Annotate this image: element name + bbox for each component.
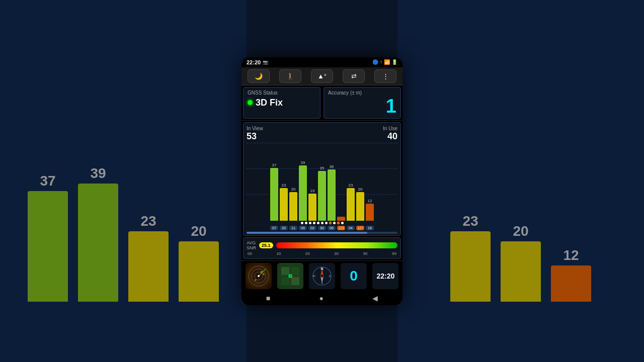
bar-11: 20 <box>289 143 297 221</box>
gnss-indicator-dot <box>248 100 253 105</box>
accuracy-value: 1 <box>328 97 396 116</box>
sat-id-127: 127 <box>356 226 364 230</box>
bars-container: 37 23 20 39 <box>247 143 397 221</box>
bar-123 <box>337 143 345 221</box>
android-nav-square[interactable]: ■ <box>266 294 270 302</box>
bg-bar-r23: 23 <box>450 213 491 302</box>
bar-04: 23 <box>347 143 355 221</box>
bg-bar-r12: 12 <box>551 247 591 302</box>
gnss-status-text: 3D Fix <box>256 98 283 108</box>
satellite-ids: 07 20 11 09 02 30 06 123 04 127 16 <box>247 226 397 230</box>
nav-btn-time[interactable]: 22:20 <box>372 263 398 289</box>
sat-dot-07 <box>301 222 303 224</box>
bottom-nav: N S W E 0 22:20 <box>242 260 403 291</box>
info-row: GNSS Status 3D Fix Accuracy (± m) 1 <box>242 85 403 121</box>
toolbar-btn-more[interactable]: ⋮ <box>374 69 396 83</box>
bg-bar-37: 37 <box>28 173 68 302</box>
scroll-track[interactable] <box>247 232 397 234</box>
sat-in-view: In View 53 <box>247 126 263 142</box>
sat-id-06: 06 <box>328 226 336 230</box>
svg-point-8 <box>258 275 260 277</box>
sat-dot-row <box>247 222 397 224</box>
sat-dot-30 <box>321 222 324 224</box>
nav-btn-map[interactable] <box>277 263 303 289</box>
sat-dot-11 <box>309 222 311 224</box>
bar-02: 19 <box>308 143 316 221</box>
snr-scale-50: 50 <box>363 251 368 256</box>
toolbar-btn-walk[interactable]: 🚶 <box>279 69 301 83</box>
gnss-panel: GNSS Status 3D Fix <box>243 87 320 119</box>
toolbar-btn-navigate[interactable]: ▲° <box>311 69 333 83</box>
svg-point-5 <box>261 271 263 273</box>
snr-scale: 00 10 20 30 50 99 <box>247 251 397 256</box>
bar-06: 36 <box>328 143 336 221</box>
snr-scale-99: 99 <box>392 251 396 256</box>
sat-dot-123 <box>328 221 332 224</box>
sat-dot-06 <box>325 222 328 224</box>
snr-scale-30: 30 <box>334 251 339 256</box>
status-time: 22:20 📷 <box>247 59 268 65</box>
status-bar: 22:20 📷 🔵 ↑ 📶 🔋 <box>242 57 403 67</box>
gnss-label: GNSS Status <box>248 90 316 96</box>
bar-16: 12 <box>366 143 374 221</box>
toolbar-btn-share[interactable]: ⇄ <box>343 69 365 83</box>
map-icon <box>279 265 301 287</box>
scroll-thumb[interactable] <box>247 232 367 234</box>
bar-127: 20 <box>356 143 364 221</box>
sat-dot-20 <box>305 222 307 224</box>
svg-rect-13 <box>291 277 299 285</box>
sat-id-09: 09 <box>299 226 307 230</box>
bar-09: 39 <box>299 143 307 221</box>
svg-text:E: E <box>329 275 331 278</box>
sat-dot-127 <box>336 221 340 224</box>
sat-id-30: 30 <box>318 226 326 230</box>
satellite-area: In View 53 In Use 40 37 23 <box>243 122 401 236</box>
android-nav: ■ ● ◀ <box>242 291 403 305</box>
toolbar-btn-night[interactable]: 🌙 <box>248 69 270 83</box>
toolbar: 🌙 🚶 ▲° ⇄ ⋮ <box>242 67 403 85</box>
snr-scale-20: 20 <box>305 251 310 256</box>
sat-dot-16 <box>341 222 344 224</box>
sat-dot-04 <box>333 222 336 224</box>
android-nav-back[interactable]: ◀ <box>372 294 378 302</box>
sat-id-16: 16 <box>366 226 374 230</box>
snr-label: AVGSNR <box>247 240 256 250</box>
phone-frame: 22:20 📷 🔵 ↑ 📶 🔋 🌙 🚶 ▲° ⇄ ⋮ GNSS Status 3… <box>242 57 403 305</box>
snr-area: AVGSNR 25.1 00 10 20 30 50 99 <box>243 237 401 259</box>
bg-bar-39: 39 <box>78 165 118 302</box>
svg-rect-11 <box>291 267 299 275</box>
sat-dot-02 <box>317 222 319 224</box>
svg-point-7 <box>255 279 256 281</box>
nav-btn-radar[interactable] <box>246 263 272 289</box>
background-left: 37 39 23 20 <box>0 0 247 362</box>
svg-rect-12 <box>281 277 289 285</box>
satellite-chart: 37 23 20 39 <box>247 143 397 221</box>
android-nav-circle[interactable]: ● <box>319 294 323 302</box>
sat-header: In View 53 In Use 40 <box>247 126 397 142</box>
bg-bar-r20: 20 <box>501 223 541 302</box>
snr-scale-00: 00 <box>248 251 252 256</box>
bg-bar-20: 20 <box>179 223 219 302</box>
accuracy-panel: Accuracy (± m) 1 <box>324 87 401 119</box>
nav-btn-zero[interactable]: 0 <box>341 263 367 289</box>
sat-id-20: 20 <box>280 226 288 230</box>
compass-icon: N S W E <box>311 265 333 287</box>
gnss-status: 3D Fix <box>248 98 316 108</box>
sat-id-07: 07 <box>270 226 278 230</box>
sat-id-11: 11 <box>289 226 297 230</box>
sat-id-02: 02 <box>308 226 316 230</box>
sat-id-123: 123 <box>337 226 345 230</box>
nav-btn-compass[interactable]: N S W E <box>309 263 335 289</box>
snr-row: AVGSNR 25.1 <box>247 240 397 250</box>
sat-in-use: In Use 40 <box>383 126 397 142</box>
bg-bar-23: 23 <box>128 213 169 302</box>
accuracy-label: Accuracy (± m) <box>328 90 396 96</box>
background-right: 23 20 12 <box>397 0 644 362</box>
snr-scale-10: 10 <box>276 251 281 256</box>
snr-bar-track <box>276 242 397 248</box>
svg-point-6 <box>263 273 264 275</box>
status-icons: 🔵 ↑ 📶 🔋 <box>372 59 397 65</box>
snr-value-bubble: 25.1 <box>259 242 273 248</box>
radar-icon <box>248 265 270 287</box>
sat-dot-09 <box>313 222 315 224</box>
